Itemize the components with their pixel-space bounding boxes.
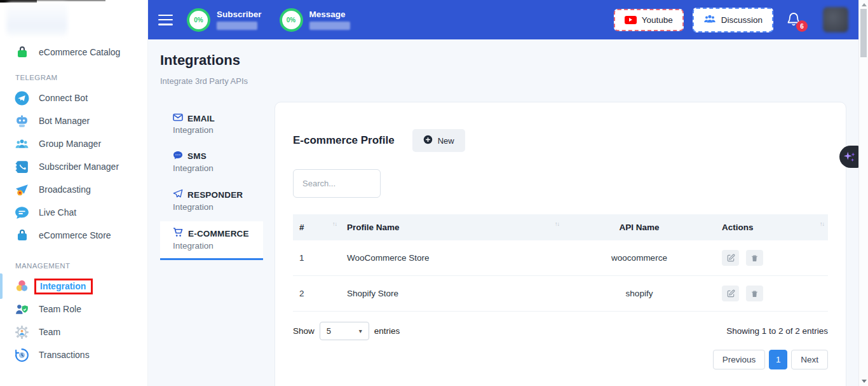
sort-icon[interactable]: ↑↓: [555, 221, 559, 227]
hamburger-menu-icon[interactable]: [158, 15, 173, 25]
show-label: Show: [293, 326, 315, 336]
shopping-cart-icon: [173, 228, 184, 239]
sidebar-item-label: eCommerce Catalog: [39, 47, 120, 57]
previous-page-button[interactable]: Previous: [713, 350, 766, 369]
column-header-profile-name[interactable]: Profile Name↑↓: [341, 214, 563, 240]
app-logo[interactable]: [6, 3, 67, 36]
user-avatar[interactable]: [823, 7, 848, 32]
edit-icon: [726, 289, 735, 298]
tab-sublabel: Integration: [173, 241, 257, 251]
edit-button[interactable]: [722, 250, 739, 266]
shopping-bag-blue-icon: [14, 228, 30, 244]
scrollbar-up-arrow-icon[interactable]: [862, 3, 867, 6]
paper-plane-icon: [173, 189, 183, 200]
message-stat: 0% Message: [280, 8, 350, 32]
vertical-scrollbar[interactable]: [858, 0, 868, 386]
sidebar-item-bot-manager[interactable]: Bot Manager: [0, 109, 147, 132]
new-button-label: New: [438, 136, 454, 146]
tab-email-integration[interactable]: EMAIL Integration: [160, 107, 263, 142]
sidebar-item-label: Team: [39, 327, 60, 337]
sidebar-item-team[interactable]: Team: [0, 321, 147, 343]
sidebar-item-ecommerce-store[interactable]: eCommerce Store: [0, 224, 147, 247]
notifications-button[interactable]: 6: [786, 11, 803, 28]
envelope-icon: [173, 113, 183, 123]
column-header-api-name[interactable]: API Name: [563, 214, 715, 240]
column-header-actions[interactable]: Actions↑↓: [715, 214, 828, 240]
discussion-button[interactable]: Discussion: [693, 8, 773, 32]
profile-name-cell: WooCommerce Store: [341, 240, 563, 276]
delete-button[interactable]: [746, 286, 763, 301]
integration-circles-icon: [14, 279, 30, 294]
contact-book-icon: [14, 159, 30, 175]
telegram-icon: [14, 90, 30, 106]
subscriber-stat-label: Subscriber: [217, 10, 262, 19]
sidebar-item-transactions[interactable]: Transactions: [0, 343, 147, 366]
scrollbar-thumb[interactable]: [860, 9, 867, 57]
tab-label: EMAIL: [187, 114, 215, 123]
trash-icon: [750, 289, 759, 298]
api-name-cell: shopify: [563, 276, 715, 312]
tab-label: RESPONDER: [187, 190, 243, 200]
page-title: Integrations: [160, 52, 240, 69]
sidebar-item-group-manager[interactable]: Group Manager: [0, 132, 147, 155]
current-page-button[interactable]: 1: [769, 350, 787, 369]
sidebar-item-subscriber-manager[interactable]: Subscriber Manager: [0, 155, 147, 178]
column-header-index[interactable]: #↑↓: [293, 214, 341, 240]
sort-icon[interactable]: ↑↓: [820, 221, 824, 227]
robot-icon: [14, 113, 30, 129]
message-stat-value-blurred: [309, 22, 350, 30]
row-index: 2: [293, 276, 341, 312]
active-indicator-bar: [0, 273, 3, 299]
sms-bubble-icon: [173, 151, 183, 162]
subscriber-stat: 0% Subscriber: [187, 8, 262, 32]
tab-sublabel: Integration: [173, 202, 257, 212]
tab-sms-integration[interactable]: SMS Integration: [160, 144, 263, 181]
entries-per-page-select[interactable]: 5 ▾: [320, 322, 369, 340]
youtube-button[interactable]: Youtube: [614, 9, 684, 31]
topbar: 0% Subscriber 0% Message Youtube Discuss…: [148, 0, 858, 39]
sidebar-item-label: Transactions: [39, 350, 90, 360]
search-input[interactable]: [293, 169, 381, 198]
sort-icon[interactable]: ↑↓: [332, 221, 337, 227]
tab-label: E-COMMERCE: [188, 229, 249, 238]
sidebar-item-connect-bot[interactable]: Connect Bot: [0, 86, 147, 109]
row-index: 1: [293, 240, 341, 276]
page-subtitle: Integrate 3rd Party APIs: [160, 76, 248, 86]
new-profile-button[interactable]: New: [412, 129, 465, 152]
sparkles-icon: [843, 150, 857, 164]
edit-button[interactable]: [722, 286, 739, 301]
column-label: Actions: [722, 223, 754, 232]
sidebar-nav: eCommerce Catalog TELEGRAM Connect Bot B…: [0, 41, 147, 366]
entries-select-value: 5: [327, 326, 331, 336]
sidebar-item-ecommerce-catalog[interactable]: eCommerce Catalog: [0, 41, 147, 64]
main-content: Integrations Integrate 3rd Party APIs EM…: [148, 39, 858, 386]
message-stat-label: Message: [309, 10, 350, 19]
notification-count-badge: 6: [796, 20, 808, 32]
panel-title: E-commerce Profile: [293, 134, 395, 147]
profile-name-cell: Shopify Store: [341, 276, 563, 312]
person-shield-icon: [14, 301, 30, 317]
delete-button[interactable]: [746, 250, 763, 266]
subscriber-stat-value-blurred: [217, 22, 257, 30]
youtube-button-label: Youtube: [642, 15, 673, 25]
tab-responder-integration[interactable]: RESPONDER Integration: [160, 183, 263, 219]
sidebar-item-integration[interactable]: Integration: [0, 275, 147, 298]
tab-ecommerce-integration[interactable]: E-COMMERCE Integration: [160, 221, 263, 260]
sidebar-item-broadcasting[interactable]: Broadcasting: [0, 178, 147, 201]
sidebar-section-telegram: TELEGRAM: [0, 69, 147, 86]
message-progress-ring: 0%: [280, 8, 303, 32]
scrollbar-down-arrow-icon[interactable]: [862, 380, 867, 383]
sidebar-section-management: MANAGEMENT: [0, 257, 147, 275]
table-header-row: #↑↓ Profile Name↑↓ API Name Actions↑↓: [293, 214, 828, 240]
sidebar-item-live-chat[interactable]: Live Chat: [0, 201, 147, 224]
sidebar-item-label: Live Chat: [39, 207, 76, 217]
sidebar-item-label: Bot Manager: [39, 116, 90, 126]
ecommerce-profile-card: E-commerce Profile New #↑↓ Profile Name↑…: [275, 102, 846, 386]
ai-assistant-button[interactable]: [839, 146, 859, 168]
people-group-icon: [703, 14, 716, 26]
annotation-highlight-box: Integration: [34, 279, 93, 294]
profiles-table: #↑↓ Profile Name↑↓ API Name Actions↑↓ 1 …: [293, 214, 828, 312]
next-page-button[interactable]: Next: [791, 350, 828, 369]
sidebar-item-label: Subscriber Manager: [39, 162, 119, 172]
sidebar-item-team-role[interactable]: Team Role: [0, 298, 147, 321]
